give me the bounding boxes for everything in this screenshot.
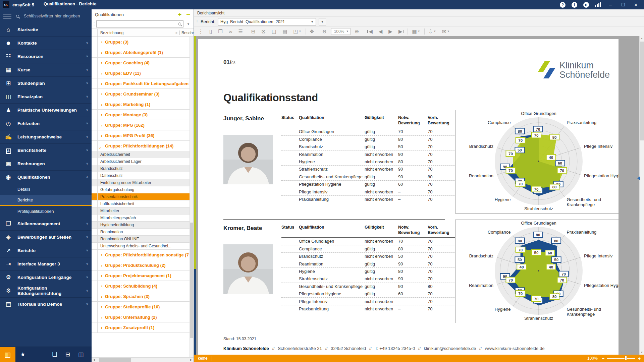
sidebar-item-praktische-unterweisungen[interactable]: ♟ Praktische Unterweisungen ∨ — [0, 103, 92, 117]
tree-group-gruppe-projektmanagement-1[interactable]: › Gruppe: Projektmanagement (1) — [92, 270, 190, 281]
tree-vertical-scrollbar[interactable] — [190, 37, 194, 357]
tree-chevron-icon[interactable]: › — [98, 144, 103, 148]
drag-handle-icon[interactable]: ⋮ — [92, 22, 95, 26]
favorites-star-icon[interactable]: ★ — [15, 351, 30, 358]
zoom-slider[interactable]: − + — [602, 356, 644, 361]
sidebar-item-bewerbungen-auf-stellen[interactable]: ◈ Bewerbungen auf Stellen ∨ — [0, 230, 92, 244]
tree-chevron-icon[interactable]: › — [98, 60, 102, 65]
tree-chevron-icon[interactable]: › — [98, 315, 102, 320]
sidebar-item-einsatzplan[interactable]: ◫ Einsatzplan ∨ — [0, 90, 92, 103]
scroll-thumb[interactable] — [640, 42, 644, 140]
tree-group-gruppe-grundseminar-3[interactable]: › Gruppe: Grundseminar (3) — [92, 89, 190, 99]
sidebar-subitem-profilqualifikationen[interactable]: Profilqualifikationen — [0, 206, 92, 217]
tree-chevron-icon[interactable]: › — [98, 294, 102, 299]
tree-group-gruppe-marketing-1[interactable]: › Gruppe: Marketing (1) — [92, 99, 190, 110]
scroll-down-icon[interactable]: ▼ — [640, 351, 644, 354]
tree-item-mitarbeitergespräch[interactable]: Mitarbeitergespräch — [92, 215, 190, 222]
sidebar-item-qualifikationen[interactable]: ◉ Qualifikationen ∧ — [0, 170, 92, 184]
sidebar-item-leistungsnachweise[interactable]: ✍ Leistungsnachweise ∨ — [0, 130, 92, 143]
scale-icon[interactable]: ◳▼ — [290, 28, 304, 35]
sidebar-item-rechnungen[interactable]: ▩ Rechnungen ∨ — [0, 157, 92, 170]
zoom-slider-handle[interactable] — [625, 356, 627, 360]
print-icon[interactable]: ⊟ — [248, 28, 259, 35]
tree-chevron-icon[interactable]: › — [98, 252, 102, 257]
tree-item-arbeitssicherheit-lager[interactable]: Arbeitssicherheit Lager — [92, 158, 190, 165]
tree-filter-input[interactable] — [97, 22, 178, 26]
tree-chevron-icon[interactable]: › — [98, 284, 102, 289]
sidebar-search-input[interactable] — [24, 14, 84, 18]
print-preview-icon[interactable]: ◱ — [269, 28, 279, 35]
page-setup-icon[interactable]: ▤ — [279, 28, 290, 35]
tree-item-datenschutz[interactable]: Datenschutz — [92, 172, 190, 179]
clipboard-icon[interactable]: ❐ — [215, 28, 225, 35]
tree-group-gruppe-stellenprofile-10[interactable]: › Gruppe: Stellenprofile (10) — [92, 302, 190, 312]
close-button[interactable]: ✕ — [633, 2, 639, 7]
tree-chevron-icon[interactable]: › — [98, 133, 102, 138]
tree-chevron-icon[interactable]: › — [98, 112, 102, 117]
sidebar-subitem-details[interactable]: Details — [0, 184, 92, 195]
mail-icon[interactable]: ✉▼ — [439, 28, 453, 35]
tree-group-gruppe-sprachen-3[interactable]: › Gruppe: Sprachen (3) — [92, 291, 190, 302]
tree-horizontal-scrollbar[interactable]: ◀ ▶ — [92, 357, 194, 362]
report-vertical-scrollbar[interactable]: ▲ ▼ — [639, 36, 644, 355]
sidebar-item-berichte[interactable]: ↗ Berichte ∨ — [0, 244, 92, 257]
zoom-in-icon[interactable]: ⊕ — [352, 28, 362, 35]
tree-item-luftfrachtsicherheit[interactable]: Luftfrachtsicherheit — [92, 200, 190, 207]
sidebar-item-stellenmanagement[interactable]: ❐ Stellenmanagement ∨ — [0, 217, 92, 230]
tree-chevron-icon[interactable]: › — [98, 123, 102, 128]
new-report-icon[interactable]: ▯ — [206, 28, 215, 35]
multipage-icon[interactable]: ▦▼ — [409, 28, 423, 35]
pan-hand-icon[interactable]: ✥ — [307, 28, 317, 35]
sidebar-item-konfiguration-lehrgänge[interactable]: ⚙ Konfiguration Lehrgänge ∨ — [0, 270, 92, 284]
tree-chevron-icon[interactable]: › — [98, 40, 102, 45]
drag-handle-icon[interactable]: ⋮ — [195, 19, 198, 24]
tree-group-gruppe-fachkraft-für-leitungsaufgaben[interactable]: › Gruppe: Fachkraft für Leitungsaufgaben — [92, 78, 190, 89]
help-icon[interactable]: ? — [560, 2, 566, 8]
sidebar-item-fehlzeiten[interactable]: ◷ Fehlzeiten ∨ — [0, 117, 92, 130]
tree-chevron-icon[interactable]: › — [98, 263, 102, 268]
scroll-thumb[interactable] — [99, 358, 131, 362]
sidebar-item-ressourcen[interactable]: ☷ Ressourcen ∨ — [0, 50, 92, 63]
print-icon[interactable]: ⊟ — [65, 351, 70, 358]
tree-group-gruppe-coaching-4[interactable]: › Gruppe: Coaching (4) — [92, 58, 190, 68]
tree-group-gruppe-unterhaltung-2[interactable]: › Gruppe: Unterhaltung (2) — [92, 312, 190, 322]
restore-button[interactable]: ❐ — [620, 2, 627, 7]
tree-group-gruppe-zusatzprofil-1[interactable]: › Gruppe: Zusatzprofil (1) — [92, 322, 190, 333]
tree-chevron-icon[interactable]: › — [98, 304, 102, 309]
last-page-icon[interactable]: ▶ — [395, 28, 407, 35]
tree-group-gruppe-3[interactable]: › Gruppe: (3) — [92, 37, 190, 47]
export-icon[interactable]: ⇩▼ — [426, 28, 439, 35]
play-icon[interactable]: ▶ — [583, 2, 589, 8]
tree-group-gruppe-pflichtfortbildungen-sonstige-7[interactable]: › Gruppe: Pflichtfortbildungen sonstige … — [92, 250, 190, 260]
tree-item-reanimation-online[interactable]: Reanimation ONLINE — [92, 236, 190, 243]
tree-chevron-icon[interactable]: › — [98, 50, 102, 55]
tree-group-gruppe-abteilungsprofil-1[interactable]: › Gruppe: Abteilungsprofil (1) — [92, 47, 190, 58]
tree-group-gruppe-produktschulung-2[interactable]: › Gruppe: Produktschulung (2) — [92, 260, 190, 270]
sidebar-item-kontakte[interactable]: ☻ Kontakte ∨ — [0, 36, 92, 50]
tree-chevron-icon[interactable]: › — [98, 273, 102, 278]
zoom-in-icon[interactable]: + — [638, 356, 641, 361]
zoom-out-icon[interactable]: ⊖ — [319, 28, 330, 35]
scroll-right-icon[interactable]: ▶ — [190, 358, 192, 362]
remove-qualification-icon[interactable]: − — [186, 11, 190, 18]
minimize-button[interactable]: – — [607, 2, 614, 7]
tree-group-gruppe-mpg-profil-36[interactable]: › Gruppe: MPG Profil (36) — [92, 130, 190, 141]
signal-bars-icon[interactable] — [595, 2, 601, 7]
tree-group-gruppe-edv-11[interactable]: › Gruppe: EDV (11) — [92, 68, 190, 78]
tree-search-icon[interactable] — [178, 22, 181, 25]
print-direct-icon[interactable]: ⊠ — [258, 28, 269, 35]
drag-handle-icon[interactable]: ⋮ — [195, 28, 206, 35]
menu-hamburger-icon[interactable] — [3, 14, 11, 18]
tree-item-hygienefortbildung[interactable]: Hygienefortbildung — [92, 222, 190, 229]
first-page-icon[interactable]: ◀ — [364, 28, 376, 35]
tree-item-arbeitssicherheit[interactable]: Arbeitssicherheit — [92, 151, 190, 158]
next-page-icon[interactable]: ▶ — [385, 28, 395, 35]
sidebar-item-tutorials-und-demos[interactable]: ▤ Tutorials und Demos ∨ — [0, 297, 92, 311]
sidebar-item-interface-manager-3[interactable]: ⇥ Interface Manager 3 ∨ — [0, 257, 92, 270]
bericht-dropdown-button[interactable]: ▼ — [319, 18, 326, 25]
tree-item-unterweisung-arbeits-und-gesundhei[interactable]: Unterweisung Arbeits- und Gesundhei... — [92, 243, 190, 250]
tree-chevron-icon[interactable]: › — [98, 71, 102, 76]
zoom-level-box[interactable]: 100%▼ — [331, 28, 351, 35]
tree-group-gruppe-mpg-162[interactable]: › Gruppe: MPG (162) — [92, 120, 190, 130]
sort-icon[interactable]: ≡ — [175, 31, 177, 35]
